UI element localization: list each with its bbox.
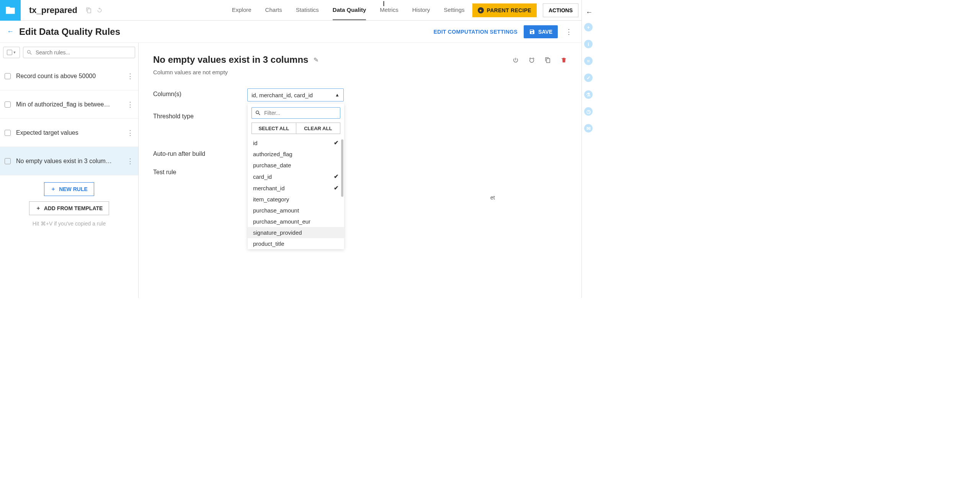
edit-title-icon[interactable]: ✎ bbox=[314, 56, 318, 64]
dropdown-item[interactable]: merchant_id✔ bbox=[248, 182, 344, 194]
new-rule-label: NEW RULE bbox=[59, 186, 88, 192]
search-rules-field[interactable] bbox=[36, 49, 132, 56]
sub-header: ← Edit Data Quality Rules EDIT COMPUTATI… bbox=[0, 21, 581, 43]
parent-recipe-button[interactable]: ● PARENT RECIPE bbox=[472, 3, 537, 17]
threshold-label: Threshold type bbox=[153, 111, 247, 120]
dropdown-item-label: id bbox=[253, 140, 258, 146]
recipe-dot-icon: ● bbox=[478, 7, 484, 13]
rule-checkbox[interactable] bbox=[5, 130, 11, 136]
add-template-label: ADD FROM TEMPLATE bbox=[44, 205, 103, 211]
check-icon: ✔ bbox=[334, 173, 339, 180]
nav-statistics[interactable]: Statistics bbox=[296, 0, 319, 20]
edit-computation-settings-link[interactable]: EDIT COMPUTATION SETTINGS bbox=[434, 29, 518, 35]
alarm-icon[interactable] bbox=[529, 56, 535, 64]
rail-clock-icon[interactable]: ◷ bbox=[584, 107, 593, 116]
rule-editor: No empty values exist in 3 columns ✎ Col… bbox=[139, 43, 581, 298]
rule-checkbox[interactable] bbox=[5, 73, 11, 79]
rule-subtitle: Column values are not empty bbox=[153, 69, 567, 75]
dropdown-item[interactable]: authorized_flag bbox=[248, 149, 344, 160]
rule-checkbox[interactable] bbox=[5, 158, 11, 164]
top-bar: tx_prepared Explore Charts Statistics Da… bbox=[0, 0, 581, 21]
save-label: SAVE bbox=[538, 29, 552, 35]
dropdown-item[interactable]: purchase_amount bbox=[248, 205, 344, 216]
page-menu-icon[interactable]: ⋮ bbox=[564, 28, 574, 36]
dropdown-item[interactable]: purchase_date bbox=[248, 160, 344, 171]
plus-icon: ＋ bbox=[36, 205, 41, 212]
copy-icon[interactable] bbox=[86, 7, 92, 13]
search-rules-input[interactable] bbox=[23, 47, 135, 58]
power-icon[interactable] bbox=[513, 56, 519, 64]
page-title: Edit Data Quality Rules bbox=[19, 26, 120, 37]
parent-recipe-label: PARENT RECIPE bbox=[487, 7, 531, 13]
columns-combo[interactable]: id, merchant_id, card_id ▲ SELECT ALL bbox=[247, 88, 344, 101]
nav-explore[interactable]: Explore bbox=[232, 0, 252, 20]
rule-menu-icon[interactable]: ⋮ bbox=[127, 100, 134, 109]
select-all-dropdown[interactable]: ▼ bbox=[3, 47, 20, 58]
dropdown-item-label: purchase_date bbox=[253, 162, 291, 168]
duplicate-icon[interactable] bbox=[545, 56, 551, 64]
rule-label: Min of authorized_flag is betwee… bbox=[16, 101, 121, 108]
columns-label: Column(s) bbox=[153, 88, 247, 98]
dropdown-item[interactable]: purchase_amount_eur bbox=[248, 216, 344, 227]
nav-charts[interactable]: Charts bbox=[265, 0, 282, 20]
rule-item[interactable]: Expected target values ⋮ bbox=[0, 119, 138, 147]
rule-label: Expected target values bbox=[16, 129, 121, 136]
test-rule-label: Test rule bbox=[153, 167, 247, 176]
rail-lab-icon[interactable]: ⚗ bbox=[584, 90, 593, 99]
dropdown-filter[interactable] bbox=[252, 107, 340, 119]
dropdown-item-label: purchase_amount_eur bbox=[253, 218, 310, 225]
rail-check-icon[interactable]: ✓ bbox=[584, 74, 593, 82]
rail-list-icon[interactable]: ≡ bbox=[584, 57, 593, 65]
new-rule-button[interactable]: ＋ NEW RULE bbox=[44, 182, 94, 196]
columns-combo-value: id, merchant_id, card_id bbox=[252, 92, 313, 98]
search-icon bbox=[26, 49, 33, 56]
search-icon bbox=[255, 110, 261, 116]
dropdown-item[interactable]: id✔ bbox=[248, 137, 344, 149]
dropdown-filter-input[interactable] bbox=[264, 110, 337, 116]
dropdown-item-label: product_title bbox=[253, 240, 284, 247]
check-icon: ✔ bbox=[334, 185, 339, 191]
dropdown-item-label: item_category bbox=[253, 196, 289, 203]
scrollbar-thumb[interactable] bbox=[341, 139, 343, 197]
rail-info-icon[interactable]: i bbox=[584, 40, 593, 48]
refresh-icon[interactable] bbox=[96, 7, 103, 13]
truncated-text: et bbox=[490, 194, 495, 201]
dropdown-item-label: authorized_flag bbox=[253, 151, 292, 157]
dropdown-item[interactable]: product_title bbox=[248, 238, 344, 249]
autorun-label: Auto-run after build bbox=[153, 148, 247, 157]
rail-chat-icon[interactable]: ✉ bbox=[584, 124, 593, 132]
paste-hint: Hit ⌘+V if you've copied a rule bbox=[33, 221, 106, 227]
rule-menu-icon[interactable]: ⋮ bbox=[127, 157, 134, 165]
add-from-template-button[interactable]: ＋ ADD FROM TEMPLATE bbox=[29, 201, 109, 215]
rule-checkbox[interactable] bbox=[5, 101, 11, 108]
right-rail: + i ≡ ✓ ⚗ ◷ ✉ bbox=[582, 0, 595, 298]
dropdown-item-label: card_id bbox=[253, 173, 272, 180]
plus-icon: ＋ bbox=[51, 186, 56, 193]
dropdown-item-label: merchant_id bbox=[253, 185, 285, 191]
dropdown-item[interactable]: signature_provided bbox=[248, 227, 344, 238]
select-all-button[interactable]: SELECT ALL bbox=[252, 123, 296, 134]
actions-button[interactable]: ACTIONS bbox=[543, 3, 578, 17]
rail-add-icon[interactable]: + bbox=[584, 23, 593, 31]
rule-menu-icon[interactable]: ⋮ bbox=[127, 129, 134, 137]
rule-item[interactable]: Min of authorized_flag is betwee… ⋮ bbox=[0, 90, 138, 119]
dropdown-item[interactable]: card_id✔ bbox=[248, 171, 344, 182]
nav-settings[interactable]: Settings bbox=[444, 0, 464, 20]
dataset-icon[interactable] bbox=[0, 0, 21, 21]
collapse-rail-icon[interactable]: ← bbox=[586, 8, 593, 16]
dropdown-item-label: purchase_amount bbox=[253, 207, 299, 214]
delete-icon[interactable] bbox=[561, 56, 567, 64]
rule-menu-icon[interactable]: ⋮ bbox=[127, 72, 134, 80]
caret-up-icon: ▲ bbox=[335, 92, 340, 98]
nav-data-quality[interactable]: Data Quality bbox=[333, 0, 366, 20]
save-button[interactable]: SAVE bbox=[524, 25, 558, 38]
mouse-cursor-icon: I bbox=[383, 0, 385, 8]
clear-all-button[interactable]: CLEAR ALL bbox=[296, 123, 341, 134]
top-nav: Explore Charts Statistics Data Quality M… bbox=[227, 0, 469, 20]
rule-item[interactable]: No empty values exist in 3 colum… ⋮ bbox=[0, 147, 138, 175]
nav-history[interactable]: History bbox=[412, 0, 430, 20]
dropdown-item[interactable]: item_category bbox=[248, 194, 344, 205]
rule-item[interactable]: Record count is above 50000 ⋮ bbox=[0, 62, 138, 90]
back-arrow-icon[interactable]: ← bbox=[7, 28, 14, 36]
rule-title: No empty values exist in 3 columns bbox=[153, 54, 308, 65]
